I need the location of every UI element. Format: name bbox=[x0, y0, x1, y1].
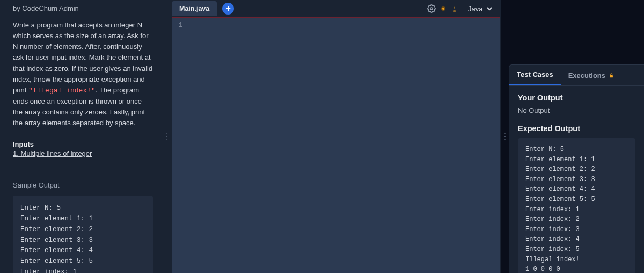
editor-gutter: 1 bbox=[172, 18, 187, 273]
svg-point-0 bbox=[430, 8, 433, 10]
expected-output-heading: Expected Output bbox=[518, 124, 635, 133]
drag-dots-icon: ··· bbox=[166, 132, 168, 141]
panel-resize-handle-right[interactable]: ··· bbox=[501, 0, 509, 273]
output-panel: Test Cases Executions Your Output No Out… bbox=[509, 64, 644, 273]
inline-code-illegal: "Illegal index!" bbox=[28, 87, 96, 95]
panel-resize-handle-left[interactable]: ··· bbox=[163, 0, 171, 273]
editor-area: Main.java + Java 1 bbox=[171, 0, 501, 273]
output-body[interactable]: Your Output No Output Expected Output En… bbox=[509, 86, 644, 273]
gear-icon[interactable] bbox=[427, 4, 436, 13]
editor-tab-bar: Main.java + Java bbox=[171, 0, 501, 17]
file-tab-main[interactable]: Main.java bbox=[172, 1, 217, 16]
code-textarea[interactable] bbox=[187, 18, 500, 273]
language-select[interactable]: Java bbox=[464, 3, 494, 15]
problem-panel[interactable]: by CodeChum Admin Write a program that a… bbox=[0, 0, 163, 273]
inputs-spec: 1. Multiple lines of integer bbox=[13, 149, 153, 157]
inputs-heading: Inputs bbox=[13, 140, 153, 148]
svg-rect-1 bbox=[610, 75, 613, 77]
sample-output-heading: Sample Output bbox=[13, 181, 153, 189]
java-icon bbox=[451, 5, 458, 12]
code-editor[interactable]: 1 bbox=[172, 17, 500, 273]
problem-text-pre: Write a program that accepts an integer … bbox=[13, 21, 152, 94]
expected-output-block: Enter N: 5 Enter element 1: 1 Enter elem… bbox=[518, 138, 635, 273]
tab-executions-label: Executions bbox=[568, 71, 605, 80]
lock-icon bbox=[609, 73, 614, 78]
output-tabs: Test Cases Executions bbox=[509, 65, 644, 86]
sample-output-block: Enter N: 5 Enter element 1: 1 Enter elem… bbox=[13, 196, 153, 273]
problem-author: by CodeChum Admin bbox=[13, 4, 153, 12]
tab-executions[interactable]: Executions bbox=[561, 65, 621, 85]
your-output-heading: Your Output bbox=[518, 94, 635, 102]
problem-description: Write a program that accepts an integer … bbox=[13, 20, 153, 128]
add-tab-button[interactable]: + bbox=[222, 3, 234, 15]
drag-dots-icon: ··· bbox=[504, 132, 506, 141]
unsaved-indicator-icon bbox=[441, 6, 445, 11]
your-output-text: No Output bbox=[518, 106, 635, 114]
tab-test-cases[interactable]: Test Cases bbox=[509, 65, 561, 85]
